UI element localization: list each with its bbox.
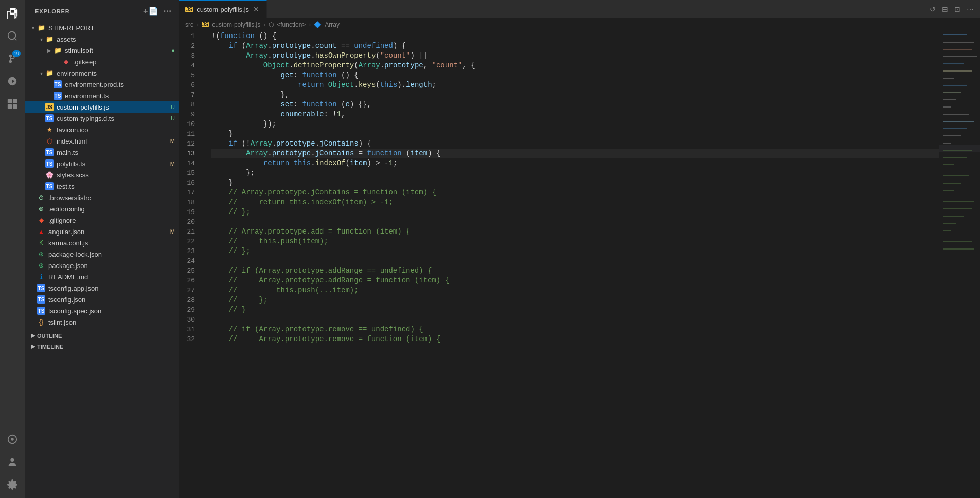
- breadcrumb-file[interactable]: custom-polyfills.js: [212, 21, 260, 28]
- file-editorconfig[interactable]: ▶ ⊛ .editorconfig: [25, 203, 179, 215]
- file-gitkeep[interactable]: ▶ ◆ .gitkeep: [25, 56, 179, 67]
- code-line-15: };: [211, 168, 939, 178]
- file-angular-json[interactable]: ▶ ▲ angular.json M: [25, 226, 179, 237]
- file-favicon[interactable]: ▶ ★ favicon.ico: [25, 124, 179, 135]
- code-line-6: return Object.keys(this).length;: [211, 80, 939, 90]
- file-env-prod[interactable]: ▶ TS environment.prod.ts: [25, 79, 179, 90]
- tsconfigapp-label: tsconfig.app.json: [48, 284, 179, 292]
- tab-close-button[interactable]: ✕: [252, 5, 260, 13]
- file-custom-typings[interactable]: ▶ TS custom-typings.d.ts U: [25, 113, 179, 124]
- breadcrumb-array[interactable]: Array: [325, 21, 340, 28]
- gitignore-icon: ◆: [37, 216, 45, 224]
- remote-icon[interactable]: [3, 430, 22, 449]
- karma-icon: K: [37, 239, 45, 247]
- folder-environments[interactable]: ▾ 📁 environments: [25, 67, 179, 79]
- svg-rect-11: [943, 34, 967, 35]
- svg-rect-20: [943, 99, 956, 100]
- file-custom-polyfills[interactable]: ▶ JS custom-polyfills.js U: [25, 101, 179, 113]
- more-options-icon[interactable]: ⋯: [162, 5, 173, 17]
- folder-stimulsoft[interactable]: ▶ 📁 stimulsoft ●: [25, 45, 179, 56]
- breadcrumb-src[interactable]: src: [185, 21, 193, 28]
- file-main[interactable]: ▶ TS main.ts: [25, 147, 179, 158]
- code-line-27: // this.push(...item);: [211, 286, 939, 295]
- code-line-30: [211, 315, 939, 325]
- file-styles[interactable]: ▶ 🌸 styles.scss: [25, 169, 179, 181]
- file-env[interactable]: ▶ TS environment.ts: [25, 90, 179, 101]
- sidebar-header-icons: +📄 ⋯: [142, 5, 173, 17]
- file-package-json[interactable]: ▶ ⊛ package.json: [25, 260, 179, 271]
- search-icon[interactable]: [3, 27, 22, 45]
- svg-rect-33: [943, 201, 974, 202]
- file-gitignore[interactable]: ▶ ◆ .gitignore: [25, 215, 179, 226]
- stimulsoft-badge: ●: [171, 47, 175, 54]
- code-line-19: // };: [211, 207, 939, 217]
- file-karma-conf[interactable]: ▶ K karma.conf.js: [25, 237, 179, 248]
- code-content[interactable]: !(function () { if (Array.prototype.coun…: [207, 31, 939, 498]
- extensions-icon[interactable]: [3, 95, 22, 113]
- ln-16: 16: [179, 178, 201, 188]
- svg-rect-27: [943, 150, 972, 151]
- svg-rect-30: [943, 175, 969, 176]
- svg-rect-23: [943, 121, 974, 122]
- more-actions-icon[interactable]: ⋯: [965, 3, 976, 15]
- top-action-bar: ↺ ⊟ ⊡ ⋯: [923, 0, 980, 18]
- ln-25: 25: [179, 266, 201, 276]
- outline-header[interactable]: ▶ OUTLINE: [25, 330, 179, 341]
- ts-icon-tsconfig: TS: [37, 295, 45, 304]
- main-label: main.ts: [57, 149, 179, 156]
- polyfillsts-label: polyfills.ts: [57, 160, 170, 168]
- file-tsconfig[interactable]: ▶ TS tsconfig.json: [25, 294, 179, 305]
- html-label: index.html: [57, 137, 170, 145]
- accounts-icon[interactable]: [3, 453, 22, 471]
- new-file-icon[interactable]: +📄: [142, 5, 160, 17]
- ln-4: 4: [179, 61, 201, 70]
- svg-point-8: [10, 458, 14, 462]
- file-polyfills-ts[interactable]: ▶ TS polyfills.ts M: [25, 158, 179, 169]
- typings-badge: U: [171, 115, 175, 121]
- file-tslint[interactable]: ▶ {} tslint.json: [25, 316, 179, 328]
- source-control-icon[interactable]: 19: [3, 49, 22, 68]
- file-tree: ▾ 📁 STIM-REPORT ▾ 📁 assets ▶ 📁 stimulsof…: [25, 22, 179, 498]
- file-package-lock[interactable]: ▶ ⊛ package-lock.json: [25, 248, 179, 260]
- folder-assets[interactable]: ▾ 📁 assets: [25, 33, 179, 45]
- svg-rect-22: [943, 114, 969, 115]
- file-test[interactable]: ▶ TS test.ts: [25, 181, 179, 192]
- tab-custom-polyfills[interactable]: JS custom-polyfills.js ✕: [179, 0, 267, 18]
- ln-11: 11: [179, 129, 201, 139]
- ln-24: 24: [179, 256, 201, 266]
- split-editor-icon[interactable]: ⊟: [940, 3, 950, 15]
- breadcrumb-function[interactable]: <function>: [277, 21, 306, 28]
- code-line-4: Object.defineProperty(Array.prototype, "…: [211, 61, 939, 70]
- sidebar-header: EXPLORER +📄 ⋯: [25, 0, 179, 22]
- run-debug-icon[interactable]: [3, 72, 22, 91]
- ln-7: 7: [179, 90, 201, 100]
- file-index-html[interactable]: ▶ ⬡ index.html M: [25, 135, 179, 147]
- file-tsconfig-spec[interactable]: ▶ TS tsconfig.spec.json: [25, 305, 179, 316]
- file-readme[interactable]: ▶ ℹ README.md: [25, 271, 179, 282]
- ln-5: 5: [179, 70, 201, 80]
- settings-icon[interactable]: [3, 475, 22, 494]
- timeline-arrow: ▶: [31, 343, 35, 350]
- ln-14: 14: [179, 158, 201, 168]
- tab-label: custom-polyfills.js: [197, 6, 249, 13]
- files-icon[interactable]: [3, 4, 22, 23]
- svg-line-1: [14, 38, 16, 40]
- tab-js-icon: JS: [185, 7, 193, 12]
- html-icon: ⬡: [45, 137, 54, 145]
- root-folder[interactable]: ▾ 📁 STIM-REPORT: [25, 22, 179, 33]
- explorer-title: EXPLORER: [35, 8, 70, 14]
- svg-rect-15: [943, 63, 964, 64]
- timeline-icon[interactable]: ↺: [928, 3, 938, 15]
- code-editor: 1 2 3 4 5 6 7 8 9 10 11 12 13 14 15 16 1…: [179, 31, 980, 498]
- ts-icon-tsconfigspec: TS: [37, 307, 45, 315]
- outline-label: OUTLINE: [37, 333, 62, 339]
- layout-icon[interactable]: ⊡: [952, 3, 963, 15]
- svg-rect-36: [943, 223, 956, 224]
- code-line-8: set: function (e) {},: [211, 100, 939, 110]
- code-line-21: // Array.prototype.add = function (item)…: [211, 227, 939, 237]
- timeline-header[interactable]: ▶ TIMELINE: [25, 341, 179, 352]
- file-browserslistrc[interactable]: ▶ ⊙ .browserslistrc: [25, 192, 179, 203]
- tsconfigspec-label: tsconfig.spec.json: [48, 307, 179, 315]
- file-tsconfig-app[interactable]: ▶ TS tsconfig.app.json: [25, 282, 179, 294]
- svg-point-0: [8, 32, 16, 40]
